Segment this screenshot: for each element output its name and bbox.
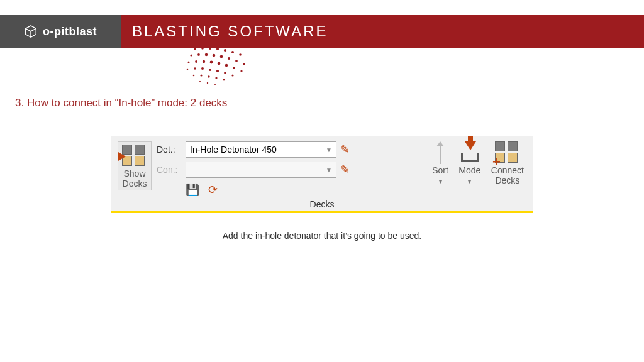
svg-point-12 <box>228 57 230 60</box>
show-decks-icon <box>121 145 148 167</box>
slide-heading: 3. How to connect in “In-hole” mode: 2 d… <box>15 97 644 109</box>
brand-text: o-pitblast <box>43 25 97 38</box>
svg-point-8 <box>197 53 200 56</box>
chevron-down-icon: ▾ <box>468 178 471 185</box>
svg-point-30 <box>193 75 195 77</box>
svg-point-3 <box>216 48 219 50</box>
sort-icon <box>436 141 445 164</box>
svg-point-5 <box>231 51 234 53</box>
chevron-down-icon: ▾ <box>439 178 442 185</box>
header-title: BLASTING SOFTWARE <box>121 15 331 48</box>
svg-point-22 <box>240 70 242 72</box>
svg-point-4 <box>224 49 226 52</box>
svg-point-10 <box>213 54 216 57</box>
show-decks-label: ShowDecks <box>123 168 147 189</box>
header-bar: o-pitblast BLASTING SOFTWARE <box>0 15 644 48</box>
svg-point-9 <box>205 53 208 56</box>
svg-point-13 <box>235 60 238 62</box>
det-label: Det.: <box>157 145 182 155</box>
svg-point-34 <box>223 79 225 81</box>
svg-point-27 <box>216 70 219 72</box>
con-label: Con.: <box>157 165 182 175</box>
detonator-value: In-Hole Detonator 450 <box>190 145 277 155</box>
svg-point-26 <box>209 69 211 71</box>
ribbon-panel-name: Decks <box>118 199 526 209</box>
edit-detonator-icon[interactable]: ✎ <box>340 143 350 156</box>
svg-point-21 <box>233 67 235 69</box>
decorative-dots <box>182 45 270 89</box>
svg-point-7 <box>190 54 192 56</box>
mode-label: Mode <box>458 165 480 175</box>
chevron-down-icon: ▼ <box>326 146 332 153</box>
ribbon-panel-decks: ShowDecks Det.: In-Hole Detonator 450 ▼ … <box>111 136 533 213</box>
sort-button[interactable]: Sort ▾ <box>430 141 451 185</box>
svg-point-0 <box>194 48 196 50</box>
caption-text: Add the in-hole detonator that it’s goin… <box>0 231 644 241</box>
connect-decks-button[interactable]: + ConnectDecks <box>489 141 526 185</box>
svg-point-25 <box>201 67 204 70</box>
detonator-form: Det.: In-Hole Detonator 450 ▼ ✎ Con.: ▼ … <box>157 141 350 197</box>
mode-icon <box>458 141 481 164</box>
svg-point-17 <box>203 60 205 63</box>
edit-connector-icon[interactable]: ✎ <box>340 163 350 177</box>
svg-point-23 <box>187 69 189 70</box>
refresh-icon[interactable]: ⟳ <box>208 183 218 197</box>
svg-point-33 <box>215 77 217 79</box>
brand-logo: o-pitblast <box>0 15 121 48</box>
connect-decks-icon: + <box>494 141 521 164</box>
cube-icon <box>24 25 38 38</box>
svg-point-31 <box>200 74 202 76</box>
svg-point-35 <box>199 81 201 82</box>
svg-point-18 <box>210 61 213 64</box>
svg-point-11 <box>220 55 223 58</box>
svg-point-36 <box>207 82 208 84</box>
chevron-down-icon: ▼ <box>326 167 332 173</box>
svg-point-20 <box>225 64 228 67</box>
svg-point-29 <box>231 74 233 76</box>
show-decks-button[interactable]: ShowDecks <box>118 141 152 190</box>
svg-point-32 <box>208 75 209 77</box>
svg-point-28 <box>224 72 226 74</box>
svg-point-6 <box>239 53 242 56</box>
save-icon[interactable]: 💾 <box>186 183 199 197</box>
svg-point-16 <box>195 60 197 63</box>
svg-point-24 <box>194 67 196 69</box>
detonator-combo[interactable]: In-Hole Detonator 450 ▼ <box>186 141 336 158</box>
svg-point-19 <box>218 62 221 65</box>
svg-point-15 <box>188 62 190 63</box>
svg-point-37 <box>214 84 216 85</box>
mode-button[interactable]: Mode ▾ <box>456 141 484 185</box>
connector-combo[interactable]: ▼ <box>186 162 336 178</box>
sort-label: Sort <box>432 165 448 175</box>
svg-point-14 <box>243 63 245 65</box>
